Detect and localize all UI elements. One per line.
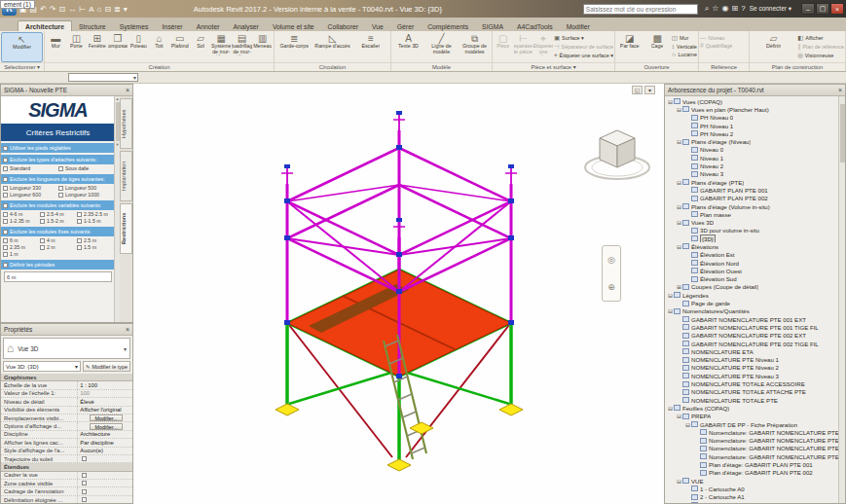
3d-viewport[interactable]: ◎ ⊕ ◱ ▾ — [133, 84, 664, 504]
ribbon-button-surface[interactable]: ▣Surface ▾ — [554, 34, 613, 42]
tree-item-3d-pour-volume-in-situ[interactable]: 3D pour volume in-situ — [665, 227, 838, 234]
tree-item-elevations[interactable]: ⊟Élévations — [665, 242, 838, 250]
checkbox[interactable] — [82, 489, 87, 494]
section-header-exclure-les-types-d-attaches-suivants[interactable]: Exclure les types d'attaches suivants: — [1, 155, 115, 164]
checkbox[interactable] — [40, 245, 45, 250]
checkbox[interactable] — [82, 456, 87, 461]
checkbox-2-m[interactable]: 2 m — [40, 244, 76, 250]
tree-item-page-de-garde[interactable]: Page de garde — [665, 299, 838, 306]
chevron-down-icon[interactable]: ▾ — [124, 345, 127, 352]
tree-item-gabarit-nomenclature-pte-001-tige-fil[interactable]: GABARIT NOMENCLATURE PTE 001 TIGE FIL — [665, 323, 838, 331]
property-value[interactable] — [77, 455, 132, 462]
3d-view-icon[interactable]: ⌂ — [97, 5, 102, 14]
expander-icon[interactable]: ⊟ — [667, 98, 674, 105]
checkbox[interactable] — [3, 158, 8, 162]
checkbox-standard[interactable]: Standard — [3, 165, 57, 171]
tree-item-3d[interactable]: {3D} — [665, 234, 838, 242]
checkbox-longueur-600[interactable]: Longueur 600 — [3, 192, 57, 198]
tree-item-niveau-0[interactable]: Niveau 0 — [665, 146, 838, 154]
tab-volume-et-site[interactable]: Volume et site — [266, 21, 321, 31]
tree-item-niveau-3[interactable]: Niveau 3 — [665, 170, 838, 178]
checkbox[interactable] — [77, 212, 82, 217]
tab-structure[interactable]: Structure — [72, 21, 113, 31]
tree-item-plans-d-etage-volume-in-situ[interactable]: ⊟Plans d'étage (Volume in-situ) — [665, 202, 838, 210]
tree-item-1-cartouche-a0[interactable]: 1 - Cartouche A0 — [665, 485, 838, 492]
property-value[interactable] — [77, 472, 132, 479]
property-value[interactable] — [77, 487, 132, 494]
tree-item-3-cartouche-a2[interactable]: 3 - Cartouche A2 — [665, 501, 838, 503]
section-header-utiliser-les-pieds-reglables[interactable]: Utiliser les pieds réglables — [1, 143, 115, 153]
viewport-menu-icon[interactable]: ▾ — [644, 86, 655, 94]
sigma-tab-hypotheses[interactable]: Hypothèses — [120, 98, 132, 149]
tree-item-plan-masse[interactable]: Plan masse — [665, 210, 838, 218]
tree-item-nomenclatures-quantites[interactable]: ⊟Nomenclatures/Quantités — [665, 307, 838, 315]
ribbon-button-plafond[interactable]: ▭Plafond — [170, 32, 190, 62]
tree-item-vues-en-plan-plancher-haut[interactable]: ⊟Vues en plan (Plancher Haut) — [665, 105, 838, 113]
ribbon-button-cage[interactable]: ▩Cage — [644, 32, 670, 62]
checkbox-1-1-5-m[interactable]: 1-1.5 m — [77, 218, 113, 224]
exchange-icon[interactable]: ⌕ — [705, 4, 709, 13]
cart-icon[interactable]: ⊞ — [731, 4, 738, 13]
tree-item-prepa[interactable]: ⊟PREPA — [665, 413, 838, 420]
ribbon-button-par-face[interactable]: ◪Par face — [616, 32, 643, 62]
close-button[interactable]: × — [830, 3, 844, 15]
expander-icon[interactable]: ⊟ — [667, 292, 674, 299]
tree-item-elevation-est[interactable]: Élévation Est — [665, 251, 838, 259]
ribbon-button-lucarne[interactable]: ∩Lucarne — [672, 51, 697, 57]
checkbox[interactable] — [40, 212, 45, 217]
expander-icon[interactable]: ⊟ — [667, 307, 674, 314]
minimize-button[interactable]: – — [801, 3, 815, 15]
ribbon-button-porte[interactable]: ◫Porte — [66, 32, 86, 62]
checkbox-1-5-2-m[interactable]: 1.5-2 m — [40, 218, 76, 224]
checkbox[interactable] — [3, 186, 8, 191]
ribbon-button-toit[interactable]: ⌂Toit — [149, 32, 168, 62]
checkbox[interactable] — [3, 193, 8, 198]
restore-button[interactable]: ▢ — [816, 3, 829, 15]
tree-item-vues-copaq[interactable]: ⊟Vues (COPAQ) — [665, 97, 838, 105]
tree-item-nomenclature-eta[interactable]: NOMENCLATURE ETA — [665, 347, 838, 355]
checkbox[interactable] — [58, 186, 63, 191]
checkbox[interactable] — [3, 166, 8, 171]
edit-type-button[interactable]: ✎ Modifier le type — [83, 361, 130, 372]
tab-vue[interactable]: Vue — [365, 21, 390, 31]
tab-modifier[interactable]: Modifier — [560, 21, 597, 31]
checkbox[interactable] — [82, 481, 87, 486]
tab-architecture[interactable]: Architecture — [18, 20, 72, 31]
ribbon-button-modifier[interactable]: ↖Modifier — [1, 32, 43, 62]
help-search-input[interactable] — [583, 4, 698, 15]
properties-close-icon[interactable]: × — [126, 326, 129, 333]
section-header-exclure-les-modules-variables-suivants[interactable]: Exclure les modules variables suivants: — [1, 200, 115, 210]
expander-icon[interactable]: ⊟ — [676, 478, 682, 485]
tree-item-nomenclature-gabarit-nomenclature-pte-002-tig[interactable]: Nomenclature: GABARIT NOMENCLATURE PTE 0… — [665, 452, 838, 460]
expander-icon[interactable]: ⊟ — [676, 413, 682, 419]
chevron-down-icon[interactable]: ▾ — [75, 364, 78, 370]
ribbon-button-mur[interactable]: ◫Mur — [672, 34, 697, 42]
tree-item-nomenclature-gabarit-nomenclature-pte-001-ex[interactable]: Nomenclature: GABARIT NOMENCLATURE PTE 0… — [665, 428, 838, 436]
sigma-close-icon[interactable]: × — [126, 87, 129, 93]
sigma-tab-implantation[interactable]: Implantation — [120, 151, 132, 201]
tree-item-nomenclature-pte-niveau-3[interactable]: NOMENCLATURE PTE Niveau 3 — [665, 372, 838, 379]
project-browser-close-icon[interactable]: × — [838, 87, 842, 93]
modify-button[interactable]: Modifier... — [90, 423, 122, 430]
tab-systemes[interactable]: Systèmes — [113, 21, 156, 31]
checkbox-6-m[interactable]: 6 m — [3, 237, 39, 243]
tab-annoter[interactable]: Annoter — [190, 21, 227, 31]
tree-item-plan-d-etage-gabarit-plan-pte-002[interactable]: Plan d'étage: GABARIT PLAN PTE 002 — [665, 469, 838, 477]
tree-item-nomenclature-gabarit-nomenclature-pte-002-ex[interactable]: Nomenclature: GABARIT NOMENCLATURE PTE 0… — [665, 445, 838, 452]
ribbon-button-sol[interactable]: ▱Sol — [191, 32, 210, 62]
checkbox[interactable] — [82, 473, 87, 478]
tree-item-nomenclature-totale-pte[interactable]: NOMENCLATURE TOTALE PTE — [665, 396, 838, 404]
help-icon[interactable]: ? — [741, 4, 745, 13]
tree-item-feuilles-copaq[interactable]: ⊟Feuilles (COPAQ) — [665, 404, 838, 412]
checkbox[interactable] — [3, 238, 8, 243]
view-selector-dropdown[interactable]: Vue 3D: {3D} ▾ — [3, 361, 81, 372]
tree-item-ph-niveau-2[interactable]: PH Niveau 2 — [665, 129, 838, 137]
print-icon[interactable]: ⊡ — [59, 5, 66, 14]
undo-icon[interactable]: ↶ — [40, 5, 47, 14]
property-value[interactable] — [77, 480, 132, 486]
ribbon-button-visionneuse[interactable]: ◎Visionneuse — [797, 52, 844, 59]
checkbox-2-35-2-5-m[interactable]: 2.35-2.5 m — [77, 211, 113, 217]
section-header-exclure-les-longueurs-de-tiges-suivantes[interactable]: Exclure les longueurs de tiges suivantes… — [1, 174, 115, 184]
checkbox-longueur-500[interactable]: Longueur 500 — [58, 185, 113, 191]
expander-icon[interactable]: ⊟ — [676, 219, 682, 226]
